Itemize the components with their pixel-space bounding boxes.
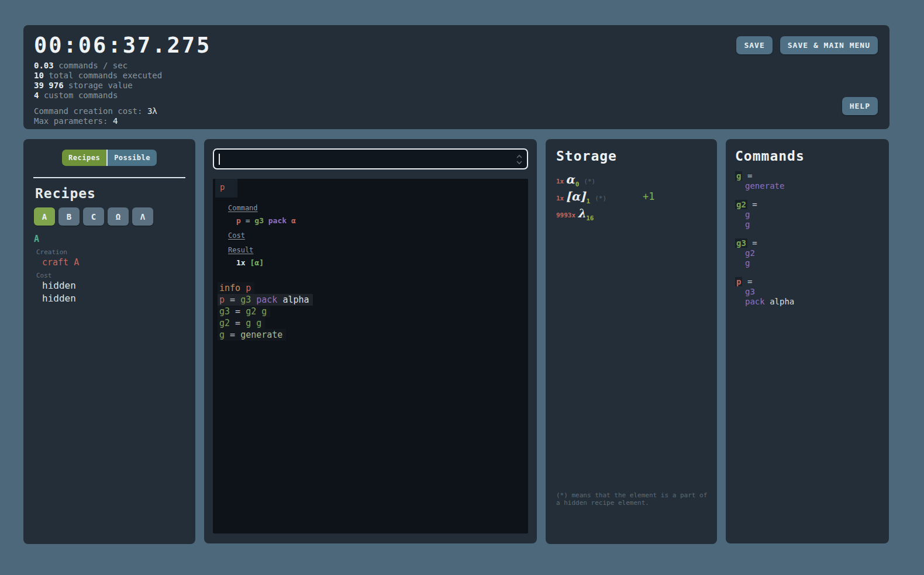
command-name: g3: [735, 238, 747, 248]
command-name: g: [735, 171, 742, 181]
element-button-B[interactable]: B: [58, 207, 80, 226]
tooltip-command-name: p: [215, 179, 237, 198]
stats-list: 0.03 commands / sec10 total commands exe…: [34, 61, 211, 101]
storage-item[interactable]: 1xα0(*): [556, 172, 706, 186]
commands-list: g =generateg2 =ggg3 =g2gp =g3pack alpha: [735, 171, 880, 307]
stat-label: storage value: [68, 81, 133, 90]
command-body-line: g: [745, 220, 880, 230]
tooltip-cost-label: Cost: [228, 231, 528, 240]
help-button[interactable]: HELP: [842, 97, 878, 115]
save-button-row: SAVE SAVE & MAIN MENU: [736, 36, 878, 54]
creation-cost-value: 3λ: [147, 106, 157, 116]
code-token: alpha: [282, 295, 309, 305]
command-entry[interactable]: p =g3pack alpha: [735, 277, 880, 307]
tab-possible[interactable]: Possible: [106, 150, 157, 166]
code-token: g: [256, 318, 261, 328]
element-button-row: ABCΩΛ: [34, 207, 195, 226]
gain-indicator: +1: [643, 190, 654, 202]
cost-label: Cost: [36, 272, 195, 279]
command-head: g =: [735, 171, 880, 181]
history-row[interactable]: p = g3 pack alpha: [218, 294, 313, 306]
command-name: p: [735, 277, 742, 286]
item-tier-subscript: 0: [575, 181, 580, 188]
item-symbol: λ: [577, 206, 585, 220]
code-token: =: [230, 295, 235, 305]
tooltip-command-label: Command: [228, 204, 528, 212]
code-token: g2: [246, 306, 256, 317]
play-timer: 00:06:37.275: [34, 33, 211, 58]
command-body-line: g: [745, 258, 880, 268]
command-body-line: g2: [745, 248, 880, 258]
storage-item-list: 1xα0(*)1x[α]1(*)+19993xλ16: [556, 172, 706, 220]
storage-item[interactable]: 1x[α]1(*)+1: [556, 189, 706, 203]
code-token: info: [219, 283, 240, 293]
element-button-C[interactable]: C: [83, 207, 104, 226]
code-token: =: [235, 318, 240, 328]
code-token: g3: [254, 216, 264, 225]
item-symbol: [α]: [566, 189, 585, 203]
code-token: generate: [240, 330, 282, 340]
stat-label: custom commands: [44, 91, 118, 100]
result-count: 1x: [236, 258, 246, 267]
item-count: 1x: [556, 195, 564, 202]
storage-item[interactable]: 9993xλ16: [556, 206, 706, 220]
code-token: pack: [256, 295, 277, 305]
code-token: g: [745, 210, 750, 219]
header-stats-block: 00:06:37.275 0.03 commands / sec10 total…: [34, 33, 211, 122]
combobox-spinner-icon[interactable]: [516, 153, 523, 168]
code-token: g3: [240, 295, 251, 305]
command-entry[interactable]: g3 =g2g: [735, 238, 880, 268]
equals-sign: =: [747, 171, 752, 181]
item-symbol: α: [566, 172, 574, 186]
element-button-A[interactable]: A: [34, 207, 55, 226]
console-output: p Command p = g3 pack α Cost Result 1x […: [213, 179, 528, 534]
command-history: info pp = g3 pack alphag3 = g2 gg2 = g g…: [218, 282, 528, 341]
recipes-title: Recipes: [35, 186, 195, 201]
code-token: generate: [745, 181, 784, 190]
code-token: g3: [745, 287, 755, 296]
save-main-menu-button[interactable]: SAVE & MAIN MENU: [780, 36, 878, 54]
hidden-recipe-marker: (*): [595, 195, 606, 202]
code-token: g: [219, 330, 225, 340]
command-input[interactable]: [213, 148, 528, 169]
commands-title: Commands: [735, 148, 880, 164]
stat-value: 4: [34, 91, 39, 100]
command-body-line: g: [745, 210, 880, 220]
code-token: =: [235, 306, 240, 317]
history-row[interactable]: g2 = g g: [218, 317, 265, 329]
code-token: alpha: [770, 297, 794, 306]
command-body-line: g3: [745, 287, 880, 297]
tooltip-result-value: 1x [α]: [236, 258, 528, 267]
creation-cost-label: Command creation cost:: [34, 106, 142, 116]
stat-line: 0.03 commands / sec: [34, 61, 211, 71]
command-entry[interactable]: g =generate: [735, 171, 880, 191]
stat-value: 39 976: [34, 81, 64, 90]
game-root: 00:06:37.275 0.03 commands / sec10 total…: [0, 0, 924, 575]
code-token: pack: [268, 216, 287, 225]
command-tooltip: p Command p = g3 pack α Cost Result 1x […: [213, 179, 528, 267]
code-token: =: [230, 330, 235, 340]
equals-sign: =: [752, 238, 757, 248]
command-entry[interactable]: g2 =gg: [735, 200, 880, 230]
history-row[interactable]: info p: [218, 282, 254, 294]
tab-recipes[interactable]: Recipes: [62, 150, 106, 166]
command-body-line: pack alpha: [745, 297, 880, 307]
history-row[interactable]: g3 = g2 g: [218, 306, 270, 317]
save-button[interactable]: SAVE: [736, 36, 772, 54]
code-token: g: [745, 258, 750, 268]
code-token: p: [219, 295, 225, 305]
storage-title: Storage: [556, 148, 706, 164]
command-name: g2: [735, 200, 747, 209]
command-body-line: generate: [745, 181, 880, 191]
history-row[interactable]: g = generate: [218, 329, 286, 341]
console-panel: p Command p = g3 pack α Cost Result 1x […: [204, 139, 537, 543]
equals-sign: =: [747, 277, 752, 286]
recipes-panel: Recipes Possible Recipes ABCΩΛ A Creatio…: [23, 139, 195, 544]
result-element: [α]: [250, 258, 263, 267]
selected-recipe-name: A: [34, 234, 195, 244]
code-token: g: [246, 318, 251, 328]
element-button-Λ[interactable]: Λ: [132, 207, 153, 226]
hidden-recipe-marker: (*): [584, 178, 595, 185]
code-token: p: [236, 216, 241, 225]
element-button-Ω[interactable]: Ω: [108, 207, 129, 226]
